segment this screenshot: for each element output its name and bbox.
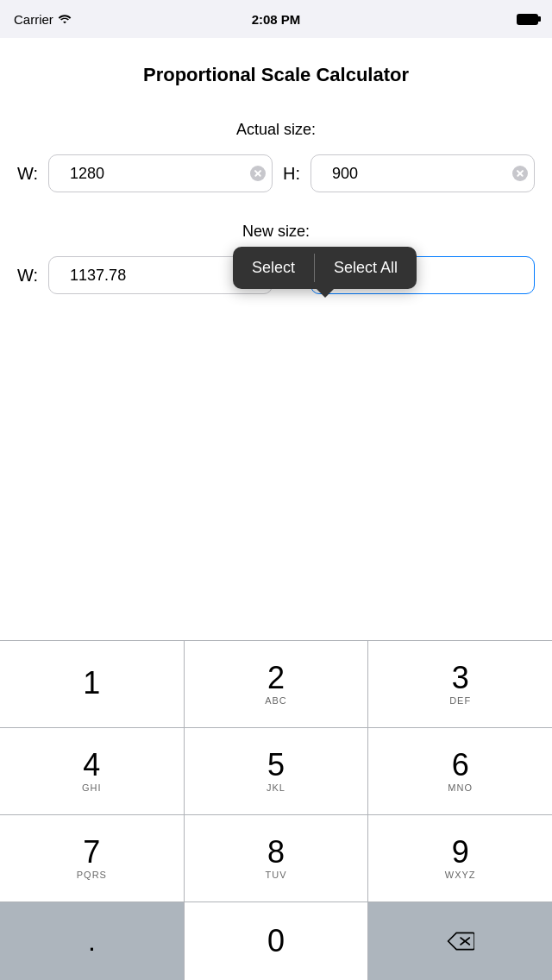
key-1[interactable]: 1 (0, 641, 185, 727)
battery-indicator (517, 14, 538, 25)
key-7[interactable]: 7 PQRS (0, 815, 185, 901)
status-bar: Carrier 2:08 PM (0, 0, 552, 38)
new-w-label: W: (17, 266, 38, 286)
context-menu: Select Select All (233, 247, 417, 289)
keyboard-bottom-row: . 0 (0, 901, 552, 980)
new-w-value: 1137.78 (60, 256, 126, 294)
actual-w-field-wrapper[interactable]: 1280 (48, 154, 273, 192)
actual-h-clear-btn[interactable] (512, 166, 528, 181)
key-1-num: 1 (83, 668, 100, 699)
key-9-num: 9 (452, 837, 469, 868)
keyboard: 1 2 ABC 3 DEF 4 GHI 5 JKL 6 (0, 640, 552, 980)
actual-size-section: Actual size: W: 1280 H: 900 (0, 95, 552, 205)
app-title: Proportional Scale Calculator (17, 64, 535, 86)
actual-h-field-wrapper[interactable]: 900 (310, 154, 535, 192)
select-all-button[interactable]: Select All (315, 247, 417, 289)
actual-w-clear-btn[interactable] (250, 166, 266, 181)
select-button[interactable]: Select (233, 247, 314, 289)
actual-h-field[interactable]: 900 (310, 154, 535, 192)
key-3-alpha: DEF (449, 695, 471, 706)
keyboard-row-1: 1 2 ABC 3 DEF (0, 640, 552, 727)
actual-size-row: W: 1280 H: 900 (17, 154, 535, 192)
carrier-text: Carrier (14, 12, 72, 27)
key-5[interactable]: 5 JKL (185, 728, 369, 814)
app-content: Proportional Scale Calculator Actual siz… (0, 38, 552, 980)
key-6[interactable]: 6 MNO (368, 728, 552, 814)
key-7-alpha: PQRS (77, 870, 107, 880)
new-size-section: New size: W: 1137.78 H: 800.00 Select Se… (0, 205, 552, 303)
wifi-icon (58, 14, 72, 24)
title-area: Proportional Scale Calculator (0, 38, 552, 95)
key-0[interactable]: 0 (185, 902, 369, 980)
key-7-num: 7 (83, 837, 100, 868)
key-5-alpha: JKL (267, 782, 285, 793)
actual-w-field[interactable]: 1280 (48, 154, 273, 192)
battery-icon (517, 14, 538, 25)
carrier-label: Carrier (14, 12, 53, 27)
key-2[interactable]: 2 ABC (185, 641, 369, 727)
key-3-num: 3 (452, 663, 469, 694)
actual-w-value: 1280 (60, 154, 104, 192)
key-delete[interactable] (368, 902, 552, 980)
key-6-alpha: MNO (448, 782, 473, 793)
new-size-label: New size: (17, 223, 535, 241)
keyboard-row-3: 7 PQRS 8 TUV 9 WXYZ (0, 814, 552, 901)
key-4-alpha: GHI (82, 782, 102, 793)
key-9-alpha: WXYZ (445, 870, 476, 880)
key-2-alpha: ABC (265, 695, 287, 706)
actual-w-label: W: (17, 164, 38, 184)
key-8-alpha: TUV (266, 870, 287, 880)
keyboard-row-2: 4 GHI 5 JKL 6 MNO (0, 727, 552, 814)
key-6-num: 6 (452, 750, 469, 781)
actual-h-value: 900 (322, 154, 358, 192)
key-8-num: 8 (267, 837, 285, 868)
key-dot[interactable]: . (0, 902, 185, 980)
key-9[interactable]: 9 WXYZ (368, 815, 552, 901)
actual-size-label: Actual size: (17, 121, 535, 139)
key-zero-num: 0 (267, 923, 285, 959)
key-dot-label: . (88, 926, 96, 958)
key-4[interactable]: 4 GHI (0, 728, 185, 814)
delete-icon (447, 931, 474, 952)
actual-h-label: H: (283, 164, 300, 184)
key-4-num: 4 (83, 750, 100, 781)
key-3[interactable]: 3 DEF (368, 641, 552, 727)
context-menu-arrow (317, 289, 334, 298)
key-5-num: 5 (267, 750, 285, 781)
status-time: 2:08 PM (252, 12, 301, 27)
key-8[interactable]: 8 TUV (185, 815, 369, 901)
key-2-num: 2 (267, 663, 285, 694)
